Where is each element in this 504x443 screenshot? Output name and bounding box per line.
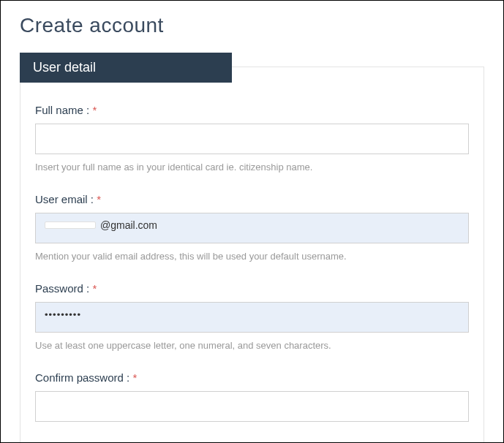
fullname-label-text: Full name : (35, 104, 89, 116)
email-group: User email : * @gmail.com Mention your v… (35, 193, 469, 262)
page-title: Create account (1, 1, 503, 37)
email-redacted-prefix (45, 222, 96, 229)
password-group: Password : * ••••••••• Use at least one … (35, 282, 469, 351)
password-label-text: Password : (35, 282, 89, 295)
section-legend: User detail (20, 53, 232, 83)
required-star-icon: * (97, 193, 101, 205)
confirm-password-label: Confirm password : * (35, 371, 469, 384)
confirm-password-group: Confirm password : * (35, 371, 469, 422)
password-masked-value: ••••••••• (45, 309, 81, 320)
required-star-icon: * (132, 371, 137, 384)
password-hint: Use at least one uppercase letter, one n… (35, 340, 469, 351)
confirm-password-label-text: Confirm password : (35, 371, 129, 384)
password-label: Password : * (35, 282, 469, 295)
required-star-icon: * (92, 104, 97, 116)
email-input[interactable]: @gmail.com (35, 213, 469, 243)
password-input[interactable]: ••••••••• (35, 302, 469, 333)
email-hint: Mention your valid email address, this w… (35, 251, 469, 262)
required-star-icon: * (92, 282, 97, 295)
email-suffix: @gmail.com (100, 219, 157, 231)
confirm-password-input[interactable] (35, 391, 469, 422)
user-detail-section: User detail Full name : * Insert your fu… (20, 67, 484, 443)
fullname-label: Full name : * (35, 104, 469, 116)
email-label: User email : * (35, 193, 469, 205)
fullname-group: Full name : * Insert your full name as i… (35, 104, 469, 173)
fullname-hint: Insert your full name as in your identic… (35, 162, 469, 173)
email-label-text: User email : (35, 193, 94, 205)
fullname-input[interactable] (35, 124, 469, 154)
